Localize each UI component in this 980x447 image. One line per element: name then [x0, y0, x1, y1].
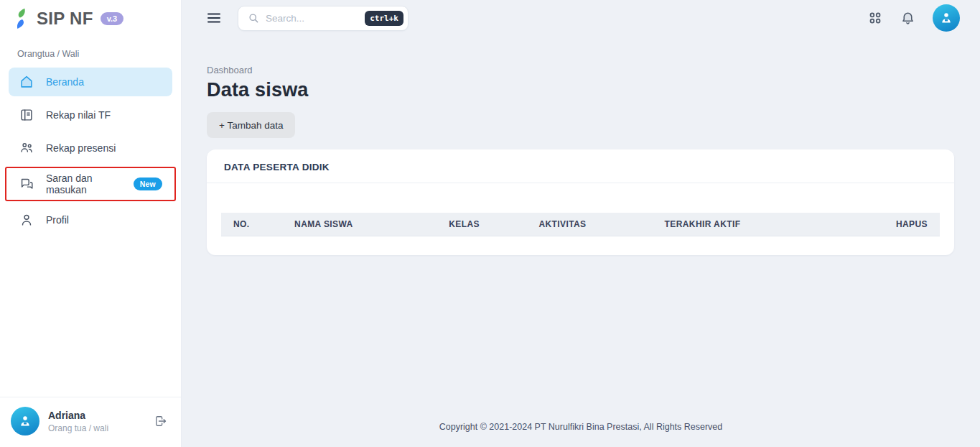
sidebar-item-profil[interactable]: Profil: [9, 206, 172, 234]
sidebar-nav: Beranda Rekap nilai TF Rekap presens: [0, 65, 181, 236]
copyright-footer: Copyright © 2021-2024 PT Nurulfikri Bina…: [182, 422, 980, 447]
user-name: Adriana: [48, 410, 108, 421]
sidebar-section-label: Orangtua / Wali: [0, 34, 181, 65]
sidebar-item-label: Saran dan masukan: [46, 172, 113, 195]
column-header-kelas: KELAS: [437, 213, 526, 236]
add-data-button[interactable]: + Tambah data: [207, 112, 295, 138]
column-header-hapus: HAPUS: [832, 213, 940, 236]
notifications-button[interactable]: [900, 10, 916, 27]
search-box[interactable]: ctrl+k: [238, 6, 409, 31]
sidebar-item-label: Rekap presensi: [46, 142, 116, 154]
column-header-no: NO.: [221, 213, 282, 236]
user-meta: Adriana Orang tua / wali: [48, 410, 108, 433]
new-badge: New: [134, 178, 162, 190]
logout-icon: [154, 414, 168, 428]
sidebar-user-card[interactable]: Adriana Orang tua / wali: [0, 397, 181, 447]
sidebar: SIP NF v.3 Orangtua / Wali Beranda Rekap…: [0, 0, 182, 447]
avatar-person-icon: [938, 10, 954, 26]
sidebar-item-label: Rekap nilai TF: [46, 109, 111, 121]
table-header-row: NO. NAMA SISWA KELAS AKTIVITAS TERAKHIR …: [221, 213, 940, 236]
apps-grid-button[interactable]: [867, 10, 883, 26]
sidebar-item-saran-dan-masukan[interactable]: Saran dan masukan New: [9, 170, 172, 198]
hamburger-menu-button[interactable]: [204, 8, 224, 28]
app-logo[interactable]: SIP NF v.3: [0, 0, 181, 34]
main-area: ctrl+k: [182, 0, 980, 447]
leaf-logo-icon: [14, 8, 31, 29]
column-header-nama-siswa: NAMA SISWA: [282, 213, 437, 236]
card-title: DATA PESERTA DIDIK: [207, 149, 954, 183]
apps-grid-icon: [867, 10, 883, 26]
user-role: Orang tua / wali: [48, 423, 108, 433]
breadcrumb[interactable]: Dashboard: [207, 65, 954, 75]
sidebar-item-label: Profil: [46, 214, 69, 226]
search-input[interactable]: [266, 13, 359, 24]
students-table: NO. NAMA SISWA KELAS AKTIVITAS TERAKHIR …: [221, 213, 940, 236]
annotation-highlight-box: Saran dan masukan New: [5, 167, 176, 201]
profile-avatar-button[interactable]: [933, 4, 960, 32]
book-icon: [19, 107, 34, 123]
app-name: SIP NF: [37, 9, 93, 29]
table-container: NO. NAMA SISWA KELAS AKTIVITAS TERAKHIR …: [207, 183, 954, 255]
topbar-actions: [867, 4, 960, 32]
data-card: DATA PESERTA DIDIK NO. NAMA SISWA KELAS …: [207, 149, 954, 255]
sidebar-item-rekap-nilai-tf[interactable]: Rekap nilai TF: [9, 101, 172, 129]
sidebar-item-beranda[interactable]: Beranda: [9, 68, 172, 96]
topbar: ctrl+k: [182, 0, 980, 36]
search-icon: [247, 11, 260, 24]
keyboard-shortcut-badge: ctrl+k: [365, 11, 403, 26]
home-icon: [19, 74, 34, 90]
sidebar-item-label: Beranda: [46, 76, 84, 88]
bell-icon: [900, 10, 916, 27]
sidebar-item-rekap-presensi[interactable]: Rekap presensi: [9, 134, 172, 162]
user-icon: [19, 212, 34, 228]
column-header-terakhir-aktif: TERAKHIR AKTIF: [653, 213, 832, 236]
user-avatar: [11, 407, 39, 436]
logout-button[interactable]: [154, 414, 168, 428]
column-header-aktivitas: AKTIVITAS: [526, 213, 652, 236]
chat-bubbles-icon: [19, 176, 34, 192]
users-group-icon: [19, 140, 34, 156]
page-content: Dashboard Data siswa + Tambah data DATA …: [182, 36, 980, 255]
page-title: Data siswa: [207, 79, 954, 101]
version-badge: v.3: [101, 12, 123, 25]
hamburger-icon: [205, 9, 223, 27]
